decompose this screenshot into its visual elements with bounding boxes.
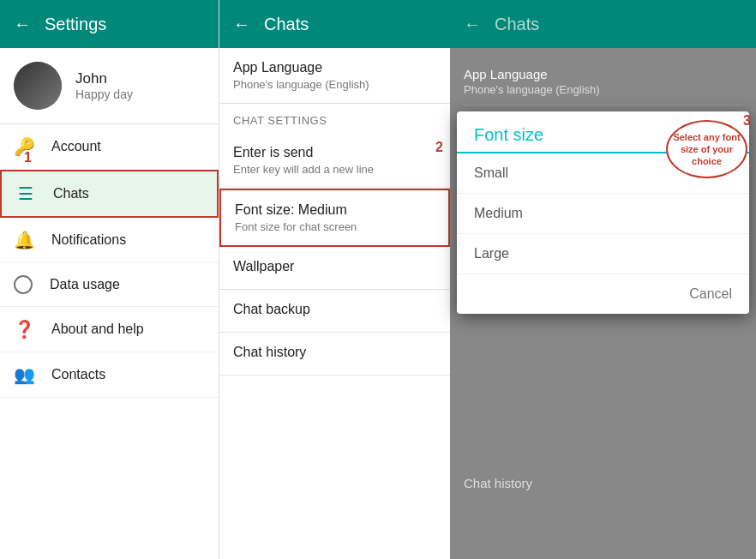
data-icon xyxy=(14,275,33,294)
settings-panel: ← Settings John Happy day 🔑 Account 1 ☰ … xyxy=(0,0,219,559)
wallpaper-item[interactable]: Wallpaper xyxy=(219,247,450,290)
avatar-image xyxy=(14,62,62,110)
contacts-icon: 👥 xyxy=(14,364,34,385)
help-icon: ❓ xyxy=(14,319,34,340)
chats-title: Chats xyxy=(264,15,309,34)
contacts-label: Contacts xyxy=(51,367,105,382)
notifications-label: Notifications xyxy=(51,232,126,248)
app-language-title: App Language xyxy=(233,60,436,75)
wallpaper-title: Wallpaper xyxy=(233,259,436,274)
chat-settings-label: CHAT SETTINGS xyxy=(233,114,327,127)
right-app-language-title: App Language xyxy=(464,67,742,81)
chat-history-title: Chat history xyxy=(233,345,436,360)
enter-is-send-item[interactable]: Enter is send Enter key will add a new l… xyxy=(219,133,450,189)
sidebar-item-account[interactable]: 🔑 Account 1 xyxy=(0,124,219,170)
right-overlay-panel: ← Chats App Language Phone's language (E… xyxy=(450,0,756,559)
profile-info: John Happy day xyxy=(75,70,133,101)
right-chats-header: ← Chats xyxy=(450,0,756,48)
font-dialog-title: Font size xyxy=(474,125,543,144)
right-app-language: App Language Phone's language (English) xyxy=(464,58,742,105)
app-language-subtitle: Phone's language (English) xyxy=(233,78,436,91)
sidebar-item-data-usage[interactable]: Data usage xyxy=(0,263,219,307)
right-chat-history: Chat history xyxy=(464,476,532,490)
chat-backup-title: Chat backup xyxy=(233,302,436,317)
chat-settings-section: CHAT SETTINGS xyxy=(219,104,450,133)
right-chats-title: Chats xyxy=(495,15,539,34)
font-cancel-button[interactable]: Cancel xyxy=(457,274,749,314)
sidebar-item-contacts[interactable]: 👥 Contacts xyxy=(0,352,219,398)
right-bottom-area xyxy=(450,490,756,559)
settings-header: ← Settings xyxy=(0,0,219,48)
profile-status: Happy day xyxy=(75,87,133,101)
annotation-bubble: Select any font size of your choice xyxy=(666,120,747,178)
step-3-badge: 3 xyxy=(743,113,751,129)
enter-is-send-title: Enter is send xyxy=(233,145,436,160)
enter-is-send-subtitle: Enter key will add a new line xyxy=(233,163,436,176)
bell-icon: 🔔 xyxy=(14,230,34,250)
account-label: Account xyxy=(51,139,101,154)
chats-header: ← Chats xyxy=(219,0,450,48)
profile-name: John xyxy=(75,70,133,87)
font-size-item[interactable]: Font size: Medium Font size for chat scr… xyxy=(219,189,450,247)
font-option-medium[interactable]: Medium xyxy=(457,194,749,234)
annotation-container: 3 Select any font size of your choice xyxy=(666,120,747,178)
chats-settings-panel: ← Chats App Language Phone's language (E… xyxy=(219,0,450,559)
right-app-language-subtitle: Phone's language (English) xyxy=(464,83,742,96)
chat-history-item[interactable]: Chat history xyxy=(219,333,450,376)
step-1-badge: 1 xyxy=(24,150,32,165)
sidebar-item-notifications[interactable]: 🔔 Notifications xyxy=(0,218,219,263)
annotation-wrapper: 3 Select any font size of your choice xyxy=(666,120,747,178)
chats-icon: ☰ xyxy=(15,183,36,204)
about-label: About and help xyxy=(51,322,144,337)
chats-label: Chats xyxy=(53,186,89,201)
sidebar-item-chats[interactable]: ☰ Chats xyxy=(0,170,219,218)
font-size-subtitle: Font size for chat screen xyxy=(235,220,435,233)
app-language-item[interactable]: App Language Phone's language (English) xyxy=(219,48,450,104)
sidebar-item-about[interactable]: ❓ About and help xyxy=(0,307,219,352)
chats-back-arrow[interactable]: ← xyxy=(233,15,250,34)
right-back-arrow[interactable]: ← xyxy=(464,15,481,34)
settings-title: Settings xyxy=(45,15,106,34)
step-2-badge: 2 xyxy=(435,140,443,155)
settings-back-arrow[interactable]: ← xyxy=(14,15,31,34)
data-usage-label: Data usage xyxy=(50,277,120,292)
chat-backup-item[interactable]: Chat backup xyxy=(219,290,450,333)
font-option-large[interactable]: Large xyxy=(457,234,749,274)
font-size-title: Font size: Medium xyxy=(235,202,435,218)
avatar xyxy=(14,62,62,110)
profile-section[interactable]: John Happy day xyxy=(0,48,219,124)
